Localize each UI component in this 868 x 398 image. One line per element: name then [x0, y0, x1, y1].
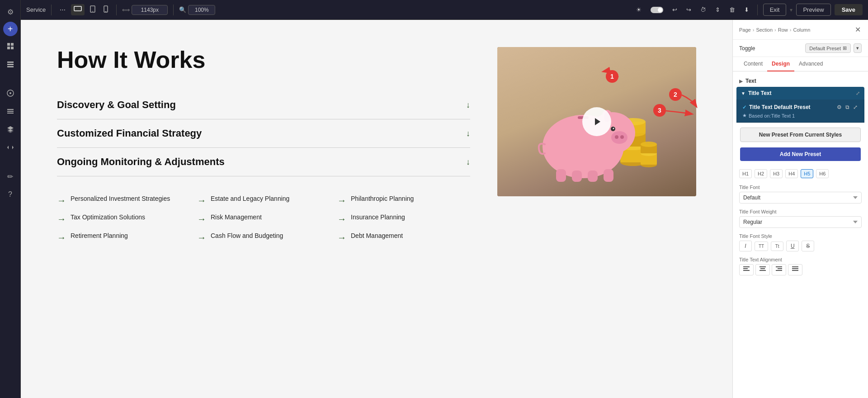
- menu-sidebar-icon[interactable]: [2, 103, 19, 119]
- svg-rect-16: [105, 11, 107, 12]
- grid-sidebar-icon[interactable]: [2, 38, 19, 54]
- h3-btn[interactable]: H3: [770, 169, 783, 178]
- sun-btn[interactable]: ☀: [633, 5, 644, 15]
- feature-item-9: → Debt Management: [337, 232, 470, 243]
- preset-item-actions: ⚙ ⧉ ⤢: [836, 103, 859, 111]
- zoom-input[interactable]: 100%: [188, 5, 215, 15]
- panel-close-btn[interactable]: ✕: [854, 24, 862, 35]
- arrow-icon-9: →: [337, 232, 346, 243]
- accordion-header-2[interactable]: Customized Financial Strategy ↓: [57, 128, 470, 139]
- h2-btn[interactable]: H2: [755, 169, 767, 178]
- settings-sidebar-icon[interactable]: ⚙: [2, 4, 19, 20]
- preset-item-active[interactable]: ✓ Title Text Default Preset ⚙ ⧉ ⤢ ★ B: [736, 100, 864, 123]
- breadcrumb-row[interactable]: Row: [778, 27, 788, 33]
- preset-settings-btn[interactable]: ⚙: [836, 103, 843, 111]
- svg-marker-45: [595, 118, 600, 125]
- svg-rect-9: [7, 109, 14, 110]
- width-input[interactable]: 1143px: [132, 5, 168, 15]
- svg-rect-46: [743, 266, 750, 267]
- h6-btn[interactable]: H6: [816, 169, 829, 178]
- mobile-view-btn[interactable]: [101, 4, 111, 16]
- plus-sidebar-icon[interactable]: +: [3, 22, 18, 36]
- accordion-header-1[interactable]: Discovery & Goal Setting ↓: [57, 99, 470, 111]
- tablet-view-btn[interactable]: [87, 4, 98, 16]
- desktop-view-btn[interactable]: [71, 4, 85, 15]
- align-justify-btn[interactable]: [788, 264, 802, 275]
- toolbar-divider-4: [757, 5, 758, 15]
- title-text-header[interactable]: ▼ Title Text ⤢: [736, 87, 864, 100]
- undo-btn[interactable]: ↩: [670, 5, 680, 15]
- code-sidebar-icon[interactable]: [2, 139, 19, 156]
- accordion-header-3[interactable]: Ongoing Monitoring & Adjustments ↓: [57, 156, 470, 168]
- arrow-icon-7: →: [337, 195, 346, 206]
- h5-btn[interactable]: H5: [801, 169, 813, 178]
- video-thumbnail[interactable]: [497, 47, 696, 196]
- panel-header: Page › Section › Row › Column ✕: [733, 20, 868, 40]
- add-new-preset-btn[interactable]: Add New Preset: [740, 147, 861, 161]
- nav-sidebar-icon[interactable]: [2, 85, 19, 101]
- svg-point-33: [611, 131, 627, 144]
- title-font-weight-select[interactable]: Regular Bold Light Medium: [739, 216, 862, 228]
- step-badge-1: 1: [606, 70, 618, 83]
- section-content: How It Works Discovery & Goal Setting ↓ …: [57, 47, 696, 243]
- svg-rect-15: [104, 6, 108, 12]
- accordion-item-3[interactable]: Ongoing Monitoring & Adjustments ↓: [57, 148, 470, 176]
- uppercase-btn[interactable]: TT: [755, 242, 768, 251]
- save-btn[interactable]: Save: [835, 4, 863, 15]
- strikethrough-btn[interactable]: S: [802, 241, 814, 251]
- underline-btn[interactable]: U: [786, 241, 799, 251]
- svg-rect-48: [743, 270, 750, 271]
- tab-design[interactable]: Design: [767, 57, 794, 71]
- svg-rect-40: [556, 169, 566, 182]
- breadcrumb-section[interactable]: Section: [756, 27, 773, 33]
- svg-rect-5: [7, 64, 14, 65]
- svg-point-14: [93, 11, 94, 12]
- exit-btn[interactable]: Exit: [763, 4, 787, 16]
- text-section-header[interactable]: ▶ Text: [733, 75, 868, 87]
- toggle-row: Toggle Default Preset ⊞ ▾: [733, 40, 868, 57]
- play-button[interactable]: [582, 107, 611, 136]
- font-style-buttons: I TT Tt U S: [739, 241, 862, 251]
- preset-export-btn[interactable]: ⤢: [852, 103, 859, 111]
- svg-rect-3: [11, 47, 14, 49]
- preset-copy-btn[interactable]: ⧉: [844, 103, 850, 111]
- tab-advanced[interactable]: Advanced: [794, 57, 827, 71]
- new-preset-from-btn[interactable]: New Preset From Current Styles: [740, 128, 861, 142]
- breadcrumb-sep-2: ›: [774, 27, 776, 33]
- responsive-btn[interactable]: ⇕: [712, 5, 723, 15]
- breadcrumb-column[interactable]: Column: [793, 27, 810, 33]
- title-font-select[interactable]: Default Arial Georgia: [739, 192, 862, 204]
- title-font-weight-field: Title Font Weight Regular Bold Light Med…: [733, 206, 868, 231]
- brush-sidebar-icon[interactable]: ✏: [2, 168, 19, 185]
- default-preset-btn[interactable]: Default Preset ⊞: [805, 43, 851, 53]
- accordion-item-1[interactable]: Discovery & Goal Setting ↓: [57, 91, 470, 119]
- layers-sidebar-icon[interactable]: [2, 121, 19, 137]
- question-sidebar-icon[interactable]: ?: [2, 186, 19, 203]
- capitalize-btn[interactable]: Tt: [771, 242, 783, 251]
- trash-btn[interactable]: 🗑: [726, 5, 738, 15]
- breadcrumb-page[interactable]: Page: [739, 27, 751, 33]
- history-btn[interactable]: ⏱: [698, 5, 709, 15]
- h1-btn[interactable]: H1: [739, 169, 752, 178]
- h4-btn[interactable]: H4: [785, 169, 798, 178]
- right-panel: Page › Section › Row › Column ✕ Toggle D…: [732, 20, 868, 398]
- rows-sidebar-icon[interactable]: [2, 56, 19, 72]
- preview-btn[interactable]: Preview: [796, 4, 830, 16]
- svg-rect-4: [7, 62, 14, 63]
- accordion-item-2[interactable]: Customized Financial Strategy ↓: [57, 119, 470, 148]
- feature-item-7: → Philanthropic Planning: [337, 194, 470, 206]
- right-column: [497, 47, 696, 196]
- italic-btn[interactable]: I: [739, 241, 752, 251]
- redo-btn[interactable]: ↪: [684, 5, 694, 15]
- panel-options-btn[interactable]: ▾: [854, 43, 862, 53]
- download-btn[interactable]: ⬇: [741, 5, 752, 15]
- svg-point-30: [641, 142, 657, 147]
- align-left-btn[interactable]: [739, 264, 754, 275]
- more-options-btn[interactable]: ⋯: [57, 5, 68, 15]
- title-text-wrapper: ▼ Title Text ⤢ ✓ Title Text Default Pres…: [736, 87, 864, 164]
- tab-content[interactable]: Content: [739, 57, 767, 71]
- align-center-btn[interactable]: [755, 264, 770, 275]
- title-font-style-field: Title Font Style I TT Tt U S: [733, 231, 868, 254]
- toggle-btn[interactable]: [648, 5, 666, 15]
- align-right-btn[interactable]: [772, 264, 786, 275]
